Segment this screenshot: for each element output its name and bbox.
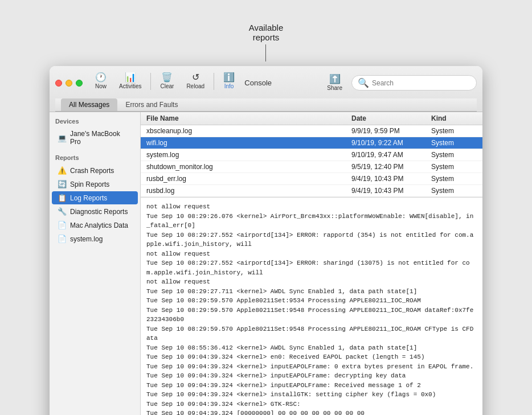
log-content[interactable]: not allow request Tue Sep 10 08:29:26.07… — [141, 198, 482, 415]
search-input[interactable] — [372, 79, 470, 87]
main-content: Devices 💻 Jane's MacBook Pro Reports ⚠️ … — [50, 112, 482, 415]
filter-tabs: All Messages Errors and Faults — [55, 98, 477, 112]
now-icon: 🕐 — [95, 73, 107, 82]
now-button[interactable]: 🕐 Now — [89, 71, 112, 92]
sidebar-item-crash-reports[interactable]: ⚠️ Crash Reports — [52, 164, 138, 177]
annotation-top: Available reports — [249, 23, 284, 61]
share-icon: ⬆️ — [329, 75, 341, 84]
toolbar-right: ⬆️ Share 🔍 — [321, 72, 477, 93]
reports-section-title: Reports — [50, 149, 140, 163]
window-title: Console — [240, 79, 276, 87]
file-row[interactable]: rusbd_err.log 9/4/19, 10:43 PM System — [141, 173, 482, 185]
file-table-header: File Name Date Kind — [141, 112, 482, 125]
sidebar-item-macbook[interactable]: 💻 Jane's MacBook Pro — [52, 128, 138, 148]
sidebar-item-diagnostic-reports[interactable]: 🔧 Diagnostic Reports — [52, 205, 138, 218]
close-button[interactable] — [55, 80, 62, 87]
traffic-lights — [55, 80, 83, 87]
toolbar: 🕐 Now 📊 Activities 🗑️ Clear ↺ Reload — [89, 71, 240, 95]
file-row[interactable]: xbscleanup.log 9/9/19, 9:59 PM System — [141, 125, 482, 137]
file-row[interactable]: shutdown_monitor.log 9/5/19, 12:40 PM Sy… — [141, 161, 482, 173]
activities-button[interactable]: 📊 Activities — [113, 71, 147, 92]
clear-icon: 🗑️ — [161, 73, 173, 82]
col-filename[interactable]: File Name — [146, 114, 351, 122]
sidebar-item-log-reports[interactable]: 📋 Log Reports — [52, 191, 138, 204]
toolbar-separator — [150, 73, 151, 90]
file-table: File Name Date Kind xbscleanup.log 9/9/1… — [141, 112, 482, 198]
info-button[interactable]: ℹ️ Info — [218, 71, 240, 92]
col-date[interactable]: Date — [351, 114, 431, 122]
sidebar-item-system-log[interactable]: 📄 system.log — [52, 232, 138, 245]
file-row-selected[interactable]: wifi.log 9/10/19, 9:22 AM System — [141, 137, 482, 149]
clear-button[interactable]: 🗑️ Clear — [154, 71, 179, 92]
minimize-button[interactable] — [66, 80, 72, 87]
file-row[interactable]: system.log 9/10/19, 9:47 AM System — [141, 149, 482, 161]
file-row[interactable]: rusbd.log 9/4/19, 10:43 PM System — [141, 185, 482, 197]
mac-analytics-icon: 📄 — [58, 221, 67, 229]
devices-section-title: Devices — [50, 112, 140, 127]
fullscreen-button[interactable] — [76, 80, 83, 87]
activities-icon: 📊 — [125, 73, 136, 82]
titlebar: 🕐 Now 📊 Activities 🗑️ Clear ↺ Reload — [50, 66, 482, 112]
diagnostic-reports-icon: 🔧 — [58, 207, 67, 216]
sidebar: Devices 💻 Jane's MacBook Pro Reports ⚠️ … — [50, 112, 141, 415]
sidebar-item-mac-analytics[interactable]: 📄 Mac Analytics Data — [52, 219, 138, 232]
sidebar-item-spin-reports[interactable]: 🔄 Spin Reports — [52, 178, 138, 191]
share-button[interactable]: ⬆️ Share — [321, 72, 348, 93]
search-icon: 🔍 — [358, 77, 369, 88]
info-icon: ℹ️ — [223, 73, 235, 82]
crash-reports-icon: ⚠️ — [58, 166, 67, 175]
tab-errors-faults[interactable]: Errors and Faults — [117, 98, 186, 111]
console-window: 🕐 Now 📊 Activities 🗑️ Clear ↺ Reload — [50, 66, 482, 415]
col-kind[interactable]: Kind — [431, 114, 477, 122]
spin-reports-icon: 🔄 — [58, 180, 67, 188]
search-bar[interactable]: 🔍 — [351, 75, 477, 91]
system-log-icon: 📄 — [58, 235, 67, 243]
tab-all-messages[interactable]: All Messages — [61, 98, 117, 111]
reload-icon: ↺ — [192, 73, 199, 82]
toolbar-separator-2 — [214, 73, 214, 90]
log-reports-icon: 📋 — [58, 194, 67, 202]
reload-button[interactable]: ↺ Reload — [181, 71, 210, 92]
macbook-icon: 💻 — [58, 134, 67, 142]
right-panel: File Name Date Kind xbscleanup.log 9/9/1… — [141, 112, 482, 415]
